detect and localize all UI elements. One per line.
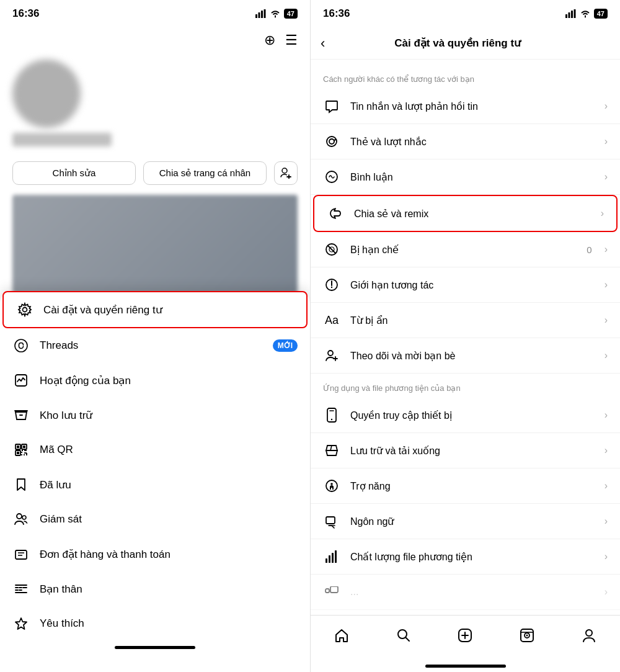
chevron-icon-11: › [604,480,608,491]
svg-point-41 [329,139,334,144]
settings-item-messages[interactable]: Tin nhắn và lượt phản hồi tin › [311,89,620,124]
chevron-icon-6: › [604,279,608,290]
svg-rect-62 [332,553,334,563]
wifi-icon [270,9,280,18]
settings-item-limit[interactable]: Giới hạn tương tác › [311,267,620,303]
device-icon [323,406,340,424]
menu-item-qr[interactable]: Mã QR [0,432,310,467]
add-icon [457,627,473,643]
settings-item-comments[interactable]: Bình luận › [311,159,620,195]
reels-icon [519,627,535,643]
right-wifi-icon [580,9,590,18]
menu-item-favorites[interactable]: Yêu thích [0,606,310,641]
svg-rect-14 [23,446,25,448]
share-profile-button[interactable]: Chia sẻ trang cá nhân [143,161,267,185]
menu-item-supervision[interactable]: Giám sát [0,502,310,537]
menu-item-saved[interactable]: Đã lưu [0,467,310,502]
settings-item-tags[interactable]: Thẻ và lượt nhắc › [311,124,620,159]
chevron-icon-5: › [604,244,608,255]
edit-profile-button[interactable]: Chỉnh sửa [12,161,136,185]
menu-label-saved: Đã lưu [40,478,298,491]
add-friend-button[interactable] [274,161,298,185]
profile-name-blur [12,133,112,146]
nav-item-add[interactable] [447,622,483,648]
nav-item-search[interactable] [386,622,422,648]
settings-label-limit: Giới hạn tương tác [350,279,595,291]
menu-label-activity: Hoạt động của bạn [40,374,298,387]
settings-label-accessibility: Trợ năng [350,480,595,492]
menu-item-archive[interactable]: Kho lưu trữ [0,398,310,432]
svg-rect-58 [326,517,335,524]
restricted-icon [323,241,340,258]
activity-icon [12,372,30,389]
share-remix-icon [327,205,344,222]
menu-item-threads[interactable]: Threads MỚI [0,328,310,363]
svg-point-4 [282,168,287,173]
settings-item-media-quality[interactable]: Chất lượng file phương tiện › [311,539,620,575]
svg-point-73 [526,634,528,636]
signal-icon [255,9,267,18]
nav-item-profile[interactable] [571,622,607,648]
media-quality-icon [323,548,340,565]
settings-item-accessibility[interactable]: Trợ năng › [311,468,620,504]
left-panel: 16:36 47 ⊕ ☰ Chỉnh sửa Chia sẻ trang cá … [0,0,310,672]
nav-item-home[interactable] [324,622,360,648]
home-icon [334,627,350,643]
settings-label-follow: Theo dõi và mời bạn bè [350,350,595,362]
menu-item-activity[interactable]: Hoạt động của bạn [0,363,310,398]
chevron-icon-7: › [604,315,608,326]
add-post-icon[interactable]: ⊕ [264,32,275,48]
svg-rect-63 [335,550,337,563]
add-friend-icon [280,168,291,179]
back-button[interactable]: ‹ [321,35,325,52]
settings-item-restricted[interactable]: Bị hạn chế 0 › [311,232,620,267]
settings-label-language: Ngôn ngữ [350,516,595,527]
limit-icon [323,276,340,293]
bottom-sheet-menu: Cài đặt và quyền riêng tư Threads MỚI Ho… [0,291,310,672]
chevron-icon-9: › [604,410,608,421]
svg-rect-0 [255,14,257,18]
svg-rect-38 [568,12,570,18]
star-icon [12,615,30,632]
settings-label-media-quality: Chất lượng file phương tiện [350,551,595,563]
left-home-indicator [0,641,310,653]
settings-item-language[interactable]: Ngôn ngữ › [311,504,620,539]
menu-item-settings[interactable]: Cài đặt và quyền riêng tư [2,291,308,328]
bookmark-icon [12,476,30,493]
svg-rect-65 [330,586,338,593]
gear-icon [16,301,33,318]
accessibility-icon [323,477,340,495]
settings-label-device-access: Quyền truy cập thiết bị [350,410,595,421]
svg-point-25 [22,516,26,519]
follow-icon [323,347,340,364]
hamburger-icon[interactable]: ☰ [285,32,298,48]
profile-icon [581,627,597,643]
menu-item-orders[interactable]: Đơn đặt hàng và thanh toán [0,537,310,571]
settings-item-partial[interactable]: ... › [311,575,620,610]
search-icon [396,627,412,643]
svg-point-48 [331,287,332,288]
right-panel: 16:36 47 ‹ Cài đặt và quyền riêng tư Các… [310,0,620,672]
settings-item-device-access[interactable]: Quyền truy cập thiết bị › [311,398,620,433]
nav-item-reels[interactable] [509,622,545,648]
settings-item-storage[interactable]: Lưu trữ và tải xuống › [311,433,620,468]
hidden-words-icon: Aa [323,311,340,329]
svg-rect-2 [261,11,263,18]
chevron-icon-10: › [604,445,608,456]
svg-point-75 [586,630,592,636]
menu-label-orders: Đơn đặt hàng và thanh toán [40,548,298,561]
settings-label-share-remix: Chia sẻ và remix [354,208,591,220]
profile-images-blur [12,195,298,294]
settings-item-follow[interactable]: Theo dõi và mời bạn bè › [311,338,620,374]
right-home-indicator [311,660,620,672]
svg-rect-12 [17,446,19,448]
settings-label-restricted: Bị hạn chế [350,244,577,256]
settings-item-hidden-words[interactable]: Aa Từ bị ẩn › [311,303,620,338]
right-time: 16:36 [323,7,350,20]
settings-item-share-remix[interactable]: Chia sẻ và remix › [313,195,618,232]
svg-rect-61 [329,555,330,563]
menu-item-besties[interactable]: Bạn thân [0,571,310,606]
svg-rect-64 [326,589,329,593]
settings-list: Cách người khác có thể tương tác với bạn… [311,60,620,615]
section2-header: Ứng dụng và file phương tiện của bạn [311,374,620,398]
